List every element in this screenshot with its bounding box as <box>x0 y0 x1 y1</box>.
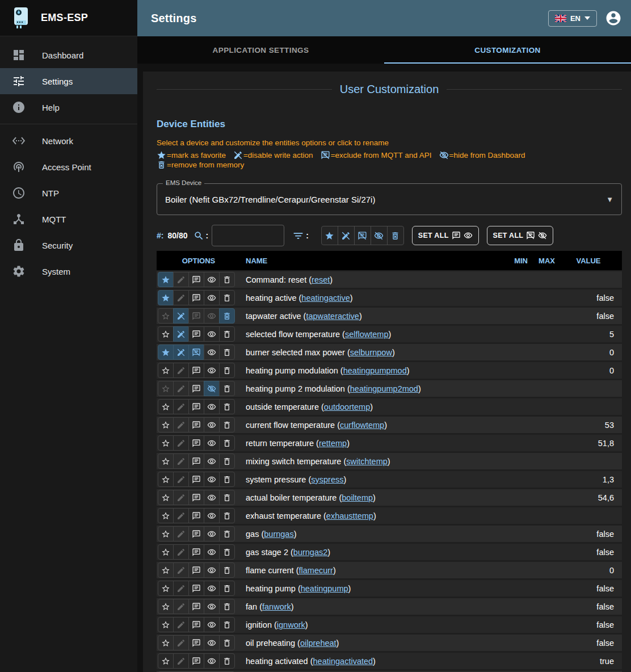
entity-link[interactable]: heatingpump <box>301 584 348 593</box>
option-delete-button[interactable] <box>219 363 235 378</box>
option-delete-button[interactable] <box>219 526 235 541</box>
entity-link[interactable]: heatingpump2mod <box>350 384 418 393</box>
option-star-button[interactable] <box>158 290 174 305</box>
entity-link[interactable]: heatingpumpmod <box>343 366 407 375</box>
option-delete-button[interactable] <box>219 544 235 560</box>
entity-link[interactable]: burngas <box>264 530 293 539</box>
entity-link[interactable]: boiltemp <box>342 493 373 502</box>
table-row[interactable]: tapwater active (tapwateractive) false <box>157 308 622 324</box>
option-eye-button[interactable] <box>204 290 220 305</box>
option-eye-button[interactable] <box>204 272 220 287</box>
table-row[interactable]: selected flow temperature (selflowtemp) … <box>157 326 622 342</box>
option-delete-button[interactable] <box>219 272 235 287</box>
option-delete-button[interactable] <box>219 453 235 469</box>
option-delete-button[interactable] <box>219 345 235 360</box>
option-eye-button[interactable] <box>204 363 220 378</box>
option-star-button[interactable] <box>158 345 174 360</box>
table-row[interactable]: current flow temperature (curflowtemp) 5… <box>157 417 622 433</box>
option-eye-button[interactable] <box>204 490 220 505</box>
entity-link[interactable]: heatingactive <box>301 293 350 303</box>
option-star-outline-button[interactable] <box>158 326 174 342</box>
option-comment-button[interactable] <box>188 435 204 451</box>
option-edit-button[interactable] <box>173 635 189 650</box>
option-delete-button[interactable] <box>219 617 235 632</box>
table-row[interactable]: heating pump (heatingpump) false <box>157 580 622 597</box>
option-comment-button[interactable] <box>188 326 204 342</box>
option-comment-button[interactable] <box>188 453 204 469</box>
option-star-outline-button[interactable] <box>158 472 174 487</box>
option-edit-button[interactable] <box>173 472 189 487</box>
option-comment-button[interactable] <box>188 544 204 560</box>
language-selector[interactable]: EN <box>548 10 597 27</box>
ems-device-select[interactable]: EMS Device Boiler (Nefit GBx72/Trendline… <box>157 183 622 215</box>
option-comment-button[interactable] <box>188 562 204 578</box>
option-eye-button[interactable] <box>204 472 220 487</box>
option-eye-button[interactable] <box>204 308 220 324</box>
entity-link[interactable]: oilpreheat <box>300 639 336 648</box>
table-row[interactable]: actual boiler temperature (boiltemp) 54,… <box>157 489 622 506</box>
option-edit-button[interactable] <box>173 272 189 287</box>
option-star-outline-button[interactable] <box>158 562 174 578</box>
option-comment-button[interactable] <box>188 581 204 596</box>
set-all-button-1[interactable]: SET ALL <box>412 226 479 245</box>
sidebar-item-ntp[interactable]: NTP <box>0 180 137 206</box>
option-comment-button[interactable] <box>188 290 204 305</box>
option-comment-button[interactable] <box>188 272 204 287</box>
table-row[interactable]: heating pump 2 modulation (heatingpump2m… <box>157 380 622 397</box>
option-delete-button[interactable] <box>219 435 235 451</box>
option-star-outline-button[interactable] <box>158 363 174 378</box>
option-comment-button[interactable] <box>188 526 204 541</box>
sidebar-item-system[interactable]: System <box>0 258 137 284</box>
option-edit-button[interactable] <box>173 599 189 614</box>
tab-customization[interactable]: CUSTOMIZATION <box>384 36 631 64</box>
entity-link[interactable]: syspress <box>311 475 343 484</box>
entity-link[interactable]: curflowtemp <box>340 421 384 430</box>
sidebar-item-help[interactable]: Help <box>0 94 137 120</box>
option-delete-button[interactable] <box>219 599 235 614</box>
table-row[interactable]: heating activated (heatingactivated) tru… <box>157 653 622 669</box>
filter-delete-forever-button[interactable] <box>387 226 404 245</box>
option-comment-button[interactable] <box>188 363 204 378</box>
option-delete-button[interactable] <box>219 581 235 596</box>
option-comment-button[interactable] <box>188 399 204 414</box>
option-edit-button[interactable] <box>173 544 189 560</box>
sidebar-item-access-point[interactable]: Access Point <box>0 154 137 180</box>
option-edit-button[interactable] <box>173 453 189 469</box>
sidebar-item-network[interactable]: Network <box>0 128 137 154</box>
table-row[interactable]: fan (fanwork) false <box>157 598 622 615</box>
option-eye-button[interactable] <box>204 544 220 560</box>
table-row[interactable]: exhaust temperature (exhausttemp) <box>157 507 622 524</box>
entity-link[interactable]: outdoortemp <box>324 402 370 411</box>
search-input[interactable] <box>212 225 284 246</box>
option-star-outline-button[interactable] <box>158 526 174 541</box>
option-eye-button[interactable] <box>204 617 220 632</box>
filter-edit-off-button[interactable] <box>338 226 355 245</box>
entity-link[interactable]: heatingactivated <box>313 657 373 666</box>
option-edit-button[interactable] <box>173 363 189 378</box>
option-comment-button[interactable] <box>188 635 204 650</box>
option-star-outline-button[interactable] <box>158 308 174 324</box>
account-icon[interactable] <box>605 10 622 27</box>
entity-link[interactable]: ignwork <box>277 620 305 629</box>
table-row[interactable]: burner selected max power (selburnpow) 0 <box>157 344 622 360</box>
option-star-outline-button[interactable] <box>158 544 174 560</box>
option-eye-button[interactable] <box>204 326 220 342</box>
table-row[interactable]: mixing switch temperature (switchtemp) <box>157 453 622 469</box>
entity-link[interactable]: selburnpow <box>350 348 392 357</box>
option-comment-button[interactable] <box>188 599 204 614</box>
option-edit-off-button[interactable] <box>173 308 189 324</box>
table-row[interactable]: heating active (heatingactive) false <box>157 289 622 306</box>
option-delete-button[interactable] <box>219 653 235 669</box>
option-star-outline-button[interactable] <box>158 635 174 650</box>
table-row[interactable]: oil preheating (oilpreheat) false <box>157 635 622 651</box>
option-delete-button[interactable] <box>219 490 235 505</box>
filter-comment-off-button[interactable] <box>354 226 371 245</box>
option-star-outline-button[interactable] <box>158 399 174 414</box>
option-eye-button[interactable] <box>204 345 220 360</box>
option-eye-button[interactable] <box>204 635 220 650</box>
option-eye-button[interactable] <box>204 508 220 523</box>
table-row[interactable]: outside temperature (outdoortemp) <box>157 398 622 415</box>
entity-link[interactable]: switchtemp <box>346 457 388 466</box>
option-edit-button[interactable] <box>173 490 189 505</box>
option-star-outline-button[interactable] <box>158 653 174 669</box>
